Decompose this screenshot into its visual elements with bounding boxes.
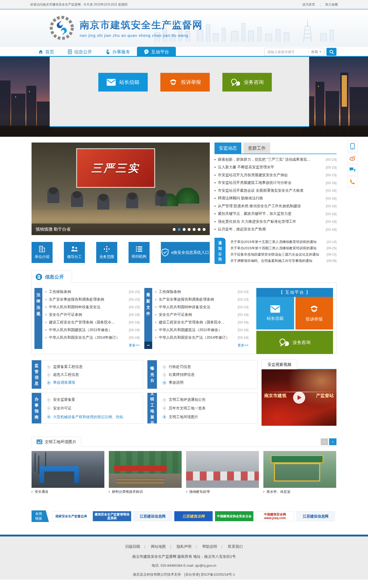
friend-link-logo[interactable]: 中国建筑安全网 www.jzaq.com [256, 511, 294, 521]
quick-link-leadership[interactable]: 领导分工 [64, 242, 85, 263]
search-input[interactable] [265, 50, 308, 54]
news-item[interactable]: 紧扣关键节点，紧抓关键环节，加大监管力度 [03-16] [214, 210, 336, 218]
quick-link-esafety-system[interactable]: e路安全信息系统入口 [161, 242, 210, 263]
news-item[interactable]: 注入新力量 不断提高安监管理水平 [03-23] [214, 164, 336, 171]
latest-item[interactable]: 生产安全事故报告和调查处理条例 [03-23] [155, 296, 248, 303]
quick-link-business-scope[interactable]: 业务范围 [96, 242, 117, 263]
gallery-item[interactable]: 安全通道 [32, 451, 104, 496]
news-item[interactable]: 强化责任担当 大力推进安全生产标准化管理工作 [03-16] [214, 218, 336, 226]
category-item[interactable]: 历年市文明工地一览表 [163, 406, 255, 411]
nav-home[interactable]: 首页 [32, 47, 61, 57]
news-item[interactable]: 市安监站召开房屋建筑工地事故统计与分析会 [03-18] [214, 179, 336, 187]
category-item[interactable]: 事故说明 [163, 380, 255, 385]
latest-item[interactable]: 中华人民共和国建筑法（2011年修改） [03-16] [155, 326, 248, 334]
search-button[interactable] [326, 48, 336, 56]
footer-link-help[interactable]: 帮助说明 [202, 544, 217, 549]
carousel-dot[interactable] [193, 228, 196, 231]
panel-complaint-tile[interactable]: 投诉举报 [295, 297, 333, 330]
carousel-dot[interactable] [203, 228, 206, 231]
carousel-dot[interactable] [178, 228, 181, 231]
quick-link-organization[interactable]: 组织机构 [129, 242, 150, 263]
category-item[interactable]: 文明工地评选通知公告 [163, 397, 255, 402]
online-chat-button[interactable] [347, 164, 357, 175]
tab-safety-news[interactable]: 安监动态 [214, 143, 241, 154]
category-item[interactable]: 超危大工程信息 [47, 372, 140, 377]
carousel-dot[interactable] [173, 228, 176, 231]
news-item[interactable]: 探索创新，群策群力，切实把 “三严三实” 活动成果落实... [03-23] [214, 156, 336, 164]
collapse-button[interactable]: − [144, 342, 152, 349]
law-item[interactable]: 安全生产许可证条例 [03-18] [45, 311, 140, 318]
friend-link-logo[interactable]: 江苏建设信息网 [297, 511, 335, 521]
footer-link-contact[interactable]: 联系我们 [228, 544, 243, 549]
brand[interactable]: 南京市建筑安全生产监督网 nan jing shi jian zhu an qu… [49, 15, 203, 41]
carousel[interactable]: 三严三实 慎独慎微 勤于自省 [32, 143, 210, 235]
friend-link-logo[interactable]: 江苏建筑业网 [174, 511, 213, 521]
category-item[interactable]: 监督备案工程信息 [47, 364, 140, 369]
latest-item[interactable]: 建设工程安全生产管理条例（国务院令... [03-16] [155, 318, 248, 326]
search-filter-select[interactable]: 标题 [308, 49, 324, 54]
friend-link-logo[interactable]: 江苏建设信息网 [134, 511, 172, 521]
news-item[interactable]: 市安监站召开紧急会议 全面部署落实安全生产大检查 [03-16] [214, 187, 336, 195]
footer-link-old-version[interactable]: 旧版回顾 [125, 544, 140, 549]
law-item[interactable]: 生产安全事故报告和调查处理条例 [03-23] [45, 296, 140, 303]
mobile-site-button[interactable] [347, 141, 357, 152]
carousel-dot[interactable] [198, 228, 201, 231]
gallery-item[interactable]: 茶水亭、休息室 [263, 451, 336, 496]
play-button-icon[interactable] [293, 392, 305, 404]
friend-link-logo[interactable]: 国家安全生产监督总局 [52, 511, 90, 521]
news-item[interactable]: 聘请法律顾问 助推依法行政 [03-16] [214, 195, 336, 202]
category-item[interactable]: 安全许可证 [47, 406, 140, 411]
law-item[interactable]: 建设工程安全生产管理条例（国务院令... [03-16] [45, 318, 140, 326]
notice-item[interactable]: 关于征集华东地区建筑安全联谊会三届六次会议论文的通知 [09-10] [230, 251, 336, 258]
footer-link-privacy[interactable]: 隐私声明 [177, 544, 191, 549]
more-link[interactable]: 更多>> [155, 343, 248, 348]
panel-mailbox-tile[interactable]: 站长信箱 [256, 297, 294, 330]
category-item[interactable]: 文明工地环境图片 [163, 415, 255, 419]
quick-link-unit-intro[interactable]: 单位介绍 [32, 242, 53, 263]
law-item[interactable]: 中华人民共和国特种设备安全法 [03-23] [45, 303, 140, 311]
telephone-button[interactable] [347, 176, 357, 187]
notice-item[interactable]: 关于举办2015年第十四期三类人员继续教育培训班的通知 [09-25] [230, 245, 336, 251]
latest-item[interactable]: 中华人民共和国安全生产法（2014年修订） [03-16] [155, 334, 248, 341]
nav-services[interactable]: 办事服务 [99, 47, 137, 57]
latest-item[interactable]: 工伤保险条例 [03-23] [155, 288, 248, 296]
law-item[interactable]: 中华人民共和国安全生产法（2014年修订） [03-16] [45, 334, 140, 341]
webmaster-mailbox-button[interactable]: 站长信箱 [98, 73, 148, 92]
latest-item[interactable]: 安全生产许可证条例 [03-18] [155, 311, 248, 318]
more-link[interactable]: 更多>> [45, 343, 140, 348]
carousel-dot[interactable] [188, 228, 191, 231]
gallery-item[interactable]: 场地硬化处理 [186, 451, 259, 496]
gallery-tab[interactable]: 文明工地环境图片 [32, 437, 81, 447]
weibo-button[interactable] [347, 153, 357, 164]
nav-info-disclosure[interactable]: 信息公开 [61, 47, 99, 57]
info-section-tab[interactable]: 信息公开 [32, 271, 72, 283]
law-item[interactable]: 中华人民共和国建筑法（2011年修改） [03-16] [45, 326, 140, 334]
category-item[interactable]: 安全监督备案 [47, 397, 140, 402]
gallery-prev-button[interactable]: ‹ [321, 438, 328, 445]
gallery-next-button[interactable]: › [329, 438, 336, 445]
category-item[interactable]: 事故调查通报 [47, 380, 140, 385]
tab-party-work[interactable]: 党群工作 [243, 143, 270, 154]
category-item[interactable]: 红黄牌挂牌信息 [163, 372, 255, 377]
notice-item[interactable]: 关于举办2015年第十五期三类人员继续教育培训班的通知 [10-10] [230, 239, 336, 245]
set-home-link[interactable]: 设为首页 [303, 3, 315, 6]
complaint-report-button[interactable]: 投诉举报 [160, 73, 210, 92]
friend-link-logo[interactable]: 中国建筑业协会安全分会 [215, 511, 253, 521]
footer-link-sitemap[interactable]: 网站地图 [151, 544, 166, 549]
panel-consult-band[interactable]: 业务咨询 [256, 331, 333, 354]
friend-link-logo[interactable]: 建筑安全生产监督管理信息系统 [93, 511, 131, 521]
business-consult-button[interactable]: 业务咨询 [222, 73, 272, 92]
latest-item[interactable]: 中华人民共和国特种设备安全法 [03-23] [155, 303, 248, 311]
nav-interact[interactable]: 互动平台 [137, 47, 176, 57]
carousel-dot[interactable] [183, 228, 186, 231]
gallery-item[interactable]: 材料分类堆放并标识 [109, 451, 182, 496]
video-section-title[interactable]: 安监视窗视频 [262, 360, 297, 369]
news-item[interactable]: 从严管理 防患未然 推动安全生产工作长效机制建设 [03-16] [214, 202, 336, 210]
video-thumbnail[interactable]: 南京市建筑 产监督站 [262, 369, 336, 426]
add-favorite-link[interactable]: 加入收藏 [325, 3, 338, 6]
law-item[interactable]: 工伤保险条例 [03-23] [45, 288, 140, 296]
category-item[interactable]: 大型机械设备产权和使用的登记注销、告知 [47, 415, 140, 419]
notice-item[interactable]: 关于调整项目编码、合同备案和施工许可等事项的通知 [09-09] [230, 258, 336, 264]
news-item[interactable]: 以月促年，掀起安全生产热潮 [03-16] [214, 226, 336, 234]
news-item[interactable]: 市安监站召开九月份房屋建筑安全生产例会 [03-23] [214, 171, 336, 179]
